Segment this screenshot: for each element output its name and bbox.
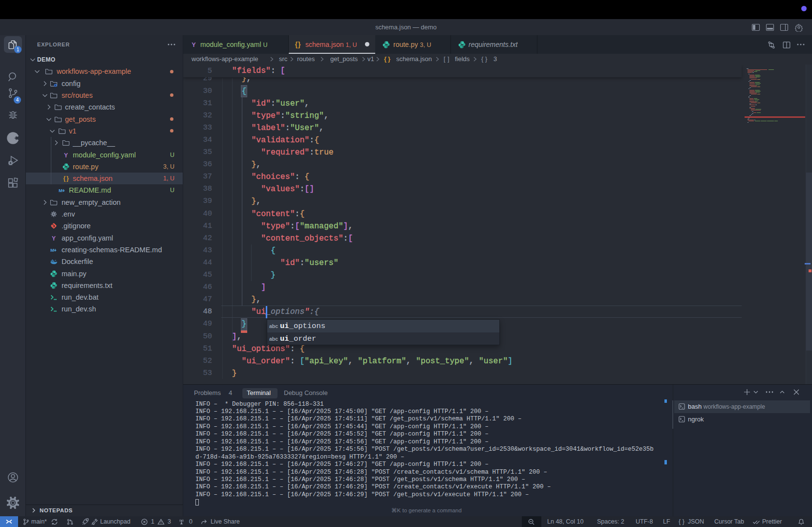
svg-text:Y: Y <box>192 41 196 48</box>
svg-text:}: } <box>298 41 301 48</box>
svg-text:Y: Y <box>64 152 68 158</box>
svg-text:{: { <box>64 175 66 182</box>
svg-text:}: } <box>66 175 69 182</box>
svg-text:M: M <box>59 188 63 193</box>
svg-text:Y: Y <box>52 235 56 242</box>
svg-text:{: { <box>295 41 298 48</box>
svg-text:M: M <box>50 247 54 252</box>
